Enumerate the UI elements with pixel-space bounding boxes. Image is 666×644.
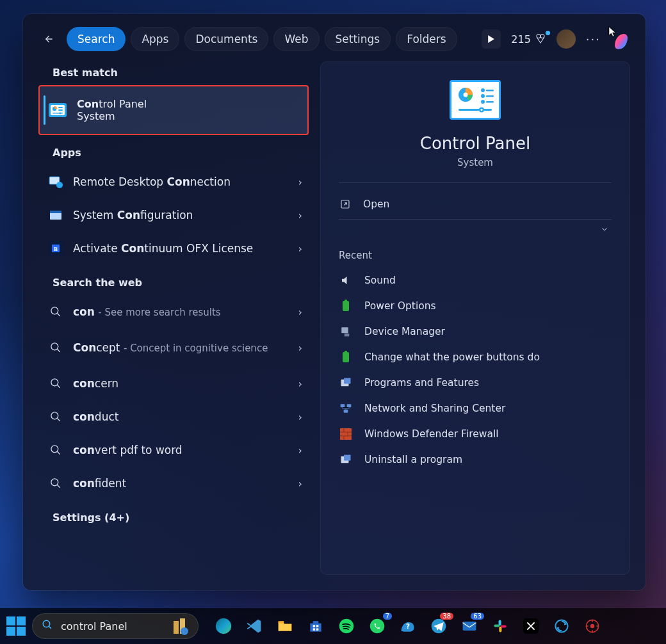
vscode-icon[interactable]	[245, 616, 264, 636]
recent-sound[interactable]: Sound	[339, 268, 612, 293]
game-icon[interactable]	[583, 616, 602, 636]
recent-power-buttons[interactable]: Change what the power buttons do	[339, 344, 612, 370]
svg-rect-24	[486, 90, 494, 92]
start-button[interactable]	[6, 616, 26, 636]
search-icon	[47, 339, 64, 356]
svg-rect-61	[463, 622, 476, 631]
edge-icon[interactable]	[214, 616, 233, 636]
taskbar: control Panel 7 ? 38 63	[0, 608, 666, 644]
svg-rect-28	[486, 101, 494, 103]
play-icon[interactable]	[482, 29, 501, 49]
action-open[interactable]: Open	[339, 189, 612, 219]
x-icon[interactable]	[521, 616, 540, 636]
chevron-right-icon: ›	[298, 411, 302, 423]
recent-device-manager[interactable]: Device Manager	[339, 319, 612, 344]
chevron-right-icon: ›	[298, 209, 302, 221]
svg-text:B: B	[54, 246, 58, 252]
svg-rect-41	[341, 404, 345, 407]
svg-rect-11	[50, 211, 61, 213]
whatsapp-icon[interactable]: 7	[368, 616, 387, 636]
points-value: 215	[511, 33, 531, 45]
section-apps: Apps	[53, 147, 311, 159]
action-open-label: Open	[363, 198, 389, 210]
telegram-icon[interactable]: 38	[429, 616, 448, 636]
svg-rect-36	[345, 334, 350, 337]
svg-rect-40	[344, 378, 351, 384]
chevron-right-icon: ›	[298, 444, 302, 456]
svg-rect-43	[344, 410, 348, 413]
search-panel: Search Apps Documents Web Settings Folde…	[23, 14, 646, 590]
tab-settings[interactable]: Settings	[325, 27, 391, 51]
tab-folders[interactable]: Folders	[396, 27, 457, 51]
tab-web[interactable]: Web	[273, 27, 319, 51]
svg-point-25	[481, 94, 485, 98]
web-result[interactable]: con - See more search results ›	[38, 295, 311, 328]
file-explorer-icon[interactable]	[275, 616, 295, 636]
svg-point-47	[43, 620, 50, 627]
taskbar-search[interactable]: control Panel	[32, 613, 199, 639]
firewall-icon	[339, 427, 353, 441]
preview-title: Control Panel	[420, 134, 530, 153]
svg-rect-33	[343, 301, 349, 311]
chevron-right-icon: ›	[298, 176, 302, 188]
tab-search[interactable]: Search	[67, 27, 126, 51]
app-continuum-ofx[interactable]: B Activate Continuum OFX License ›	[38, 232, 311, 265]
network-icon	[339, 401, 353, 415]
web-result[interactable]: convert pdf to word ›	[38, 433, 311, 467]
mail-icon[interactable]: 63	[460, 616, 479, 636]
copilot-icon[interactable]	[611, 29, 631, 49]
web-result[interactable]: conduct ›	[38, 400, 311, 433]
recent-programs-features[interactable]: Programs and Features	[339, 370, 612, 396]
svg-rect-46	[344, 455, 351, 461]
sync-icon[interactable]	[552, 616, 571, 636]
recent-network-sharing[interactable]: Network and Sharing Center	[339, 396, 612, 421]
web-result[interactable]: confident ›	[38, 467, 311, 500]
recent-power-options[interactable]: Power Options	[339, 293, 612, 319]
svg-point-23	[481, 88, 485, 92]
svg-point-58	[370, 619, 385, 634]
svg-rect-54	[316, 625, 318, 627]
search-icon	[47, 303, 64, 320]
web-result[interactable]: Concept - Concept in cognitive science ›	[38, 328, 311, 367]
continuum-icon: B	[47, 240, 64, 257]
recent-uninstall-program[interactable]: Uninstall a program	[339, 447, 612, 472]
panel-topbar: Search Apps Documents Web Settings Folde…	[23, 14, 646, 60]
svg-rect-48	[174, 621, 179, 634]
msconfig-icon	[47, 207, 64, 223]
app-system-configuration[interactable]: System Configuration ›	[38, 198, 311, 232]
control-panel-large-icon	[450, 80, 501, 120]
svg-rect-63	[494, 625, 499, 627]
microsoft-store-icon[interactable]	[306, 616, 325, 636]
svg-rect-42	[347, 404, 352, 407]
spotify-icon[interactable]	[337, 616, 356, 636]
section-settings: Settings (4+)	[53, 511, 311, 524]
preview-pane: Control Panel System Open Recent Sound P…	[320, 61, 630, 575]
svg-rect-56	[316, 628, 318, 630]
web-result[interactable]: concern ›	[38, 367, 311, 400]
svg-point-7	[59, 112, 61, 114]
search-icon	[47, 408, 64, 425]
tab-apps[interactable]: Apps	[131, 27, 179, 51]
open-icon	[339, 198, 352, 210]
tab-documents[interactable]: Documents	[184, 27, 268, 51]
svg-point-69	[590, 624, 594, 628]
expand-actions[interactable]	[339, 219, 612, 238]
rewards-points[interactable]: 215	[511, 33, 546, 45]
svg-point-22	[464, 93, 468, 97]
svg-point-9	[56, 182, 63, 188]
slack-icon[interactable]	[491, 616, 510, 636]
search-highlight-icon	[170, 616, 190, 636]
svg-rect-29	[459, 109, 492, 111]
user-avatar[interactable]	[556, 29, 576, 49]
app-remote-desktop[interactable]: Remote Desktop Connection ›	[38, 165, 311, 198]
results-column: Best match Control Panel System Apps Rem…	[23, 60, 316, 590]
more-icon[interactable]: ···	[586, 33, 601, 46]
preview-category: System	[457, 157, 493, 168]
best-match-control-panel[interactable]: Control Panel System	[38, 85, 309, 135]
help-icon[interactable]: ?	[398, 616, 418, 636]
back-button[interactable]	[37, 28, 59, 50]
recent-defender-firewall[interactable]: Windows Defender Firewall	[339, 421, 612, 447]
chevron-right-icon: ›	[298, 378, 302, 390]
device-manager-icon	[339, 325, 353, 339]
chevron-right-icon: ›	[298, 306, 302, 318]
